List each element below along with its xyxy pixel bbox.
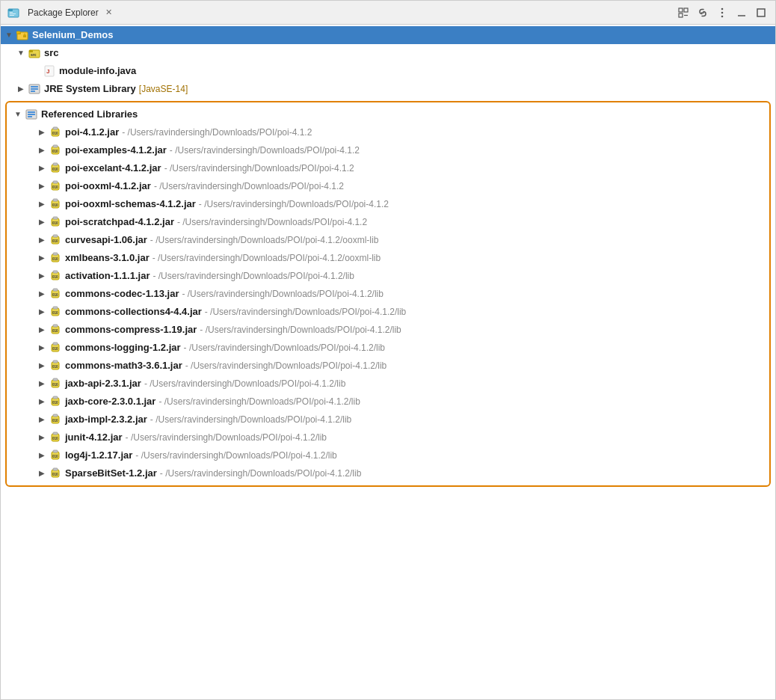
package-explorer-panel: Package Explorer ✕ [0, 0, 776, 700]
tree-item-jar[interactable]: 010 curvesapi-1.06.jar - /Users/ravinder… [7, 231, 769, 249]
jar-name: curvesapi-1.06.jar [65, 233, 147, 248]
jar-path: - /Users/ravindersingh/Downloads/POI/poi… [154, 179, 344, 194]
svg-rect-75 [53, 378, 58, 381]
jar-name: commons-collections4-4.4.jar [65, 304, 202, 319]
toggle-jar[interactable] [37, 253, 47, 263]
jar-icon: 010 [49, 270, 62, 282]
jar-path: - /Users/ravindersingh/Downloads/POI/poi… [164, 161, 354, 176]
jar-list: 010 poi-4.1.2.jar - /Users/ravindersingh… [7, 123, 769, 482]
toggle-ref-libs[interactable] [13, 109, 23, 120]
tree-container[interactable]: Selenium_Demos src src J [1, 25, 775, 699]
toggle-jar[interactable] [37, 432, 47, 443]
toggle-src[interactable] [16, 48, 26, 58]
tree-item-jar[interactable]: 010 junit-4.12.jar - /Users/ravindersing… [7, 429, 769, 446]
jar-icon: 010 [49, 288, 62, 300]
jre-label: [JavaSE-14] [139, 82, 188, 96]
svg-rect-1 [8, 9, 13, 11]
tree-item-jar[interactable]: 010 jaxb-core-2.3.0.1.jar - /Users/ravin… [7, 393, 769, 411]
toggle-jar[interactable] [37, 360, 47, 371]
tree-item-jre[interactable]: JRE System Library [JavaSE-14] [1, 80, 775, 98]
svg-rect-18 [23, 35, 26, 37]
toggle-jar[interactable] [37, 289, 47, 299]
toggle-jar[interactable] [37, 414, 47, 425]
jar-name: poi-4.1.2.jar [65, 125, 119, 140]
ref-libs-name: Referenced Libraries [41, 107, 138, 122]
jar-icon: 010 [49, 324, 62, 336]
jar-icon: 010 [49, 144, 62, 156]
view-menu-button[interactable] [714, 4, 730, 21]
tree-item-jar[interactable]: 010 commons-collections4-4.4.jar - /User… [7, 303, 769, 321]
tree-item-src[interactable]: src src [1, 44, 775, 62]
tree-item-jar[interactable]: 010 log4j-1.2.17.jar - /Users/ravindersi… [7, 446, 769, 464]
svg-text:010: 010 [52, 329, 58, 333]
toggle-jar[interactable] [37, 343, 47, 353]
svg-text:J: J [46, 68, 49, 75]
svg-rect-29 [28, 111, 35, 113]
jar-path: - /Users/ravindersingh/Downloads/POI/poi… [184, 340, 385, 355]
tree-item-jar[interactable]: 010 activation-1.1.1.jar - /Users/ravind… [7, 267, 769, 285]
toggle-jar[interactable] [37, 325, 47, 335]
tree-item-jar[interactable]: 010 commons-math3-3.6.1.jar - /Users/rav… [7, 357, 769, 375]
svg-rect-72 [53, 360, 58, 363]
svg-rect-36 [53, 145, 58, 147]
tree-item-jar[interactable]: 010 jaxb-impl-2.3.2.jar - /Users/ravinde… [7, 411, 769, 429]
minimize-button[interactable] [733, 4, 750, 21]
tree-item-module-info[interactable]: J module-info.java [1, 62, 775, 80]
toggle-jar[interactable] [37, 199, 47, 209]
toggle-project[interactable] [4, 30, 14, 40]
toggle-jar[interactable] [37, 127, 47, 138]
toggle-jar[interactable] [37, 307, 47, 317]
tree-item-jar[interactable]: 010 commons-codec-1.13.jar - /Users/ravi… [7, 285, 769, 303]
svg-rect-48 [53, 217, 58, 219]
toggle-jar[interactable] [37, 145, 47, 156]
toggle-jar[interactable] [37, 450, 47, 461]
tree-item-project[interactable]: Selenium_Demos [1, 26, 775, 44]
svg-rect-25 [31, 86, 38, 88]
toggle-jar[interactable] [37, 271, 47, 281]
svg-text:010: 010 [52, 203, 58, 207]
tab-close-icon[interactable]: ✕ [103, 7, 114, 18]
collapse-all-button[interactable] [675, 4, 692, 21]
panel-title: Package Explorer [28, 7, 99, 18]
tree-item-jar[interactable]: 010 poi-ooxml-4.1.2.jar - /Users/ravinde… [7, 177, 769, 195]
toggle-jar[interactable] [37, 235, 47, 245]
tree-item-jar[interactable]: 010 poi-examples-4.1.2.jar - /Users/ravi… [7, 141, 769, 159]
tree-item-jar[interactable]: 010 commons-logging-1.2.jar - /Users/rav… [7, 339, 769, 357]
toggle-jar[interactable] [37, 217, 47, 227]
toggle-jar[interactable] [37, 181, 47, 191]
tree-item-ref-libs[interactable]: Referenced Libraries [7, 105, 769, 123]
svg-rect-33 [53, 127, 58, 129]
toggle-jar[interactable] [37, 396, 47, 407]
tree-item-jar[interactable]: 010 xmlbeans-3.1.0.jar - /Users/ravinder… [7, 249, 769, 267]
tree-item-jar[interactable]: 010 poi-excelant-4.1.2.jar - /Users/ravi… [7, 159, 769, 177]
svg-text:src: src [31, 52, 37, 57]
jar-icon: 010 [49, 180, 62, 192]
svg-rect-14 [757, 9, 765, 16]
jar-icon: 010 [49, 252, 62, 264]
tree-item-jar[interactable]: 010 jaxb-api-2.3.1.jar - /Users/ravinder… [7, 375, 769, 393]
tree-item-jar[interactable]: 010 commons-compress-1.19.jar - /Users/r… [7, 321, 769, 339]
header-right [675, 4, 769, 21]
maximize-button[interactable] [753, 4, 769, 21]
jar-name: junit-4.12.jar [65, 430, 123, 445]
svg-text:010: 010 [52, 275, 58, 279]
tree-item-jar[interactable]: 010 poi-4.1.2.jar - /Users/ravindersingh… [7, 123, 769, 141]
toggle-jar[interactable] [37, 378, 47, 389]
toggle-jre[interactable] [16, 84, 26, 94]
tree-item-jar[interactable]: 010 poi-ooxml-schemas-4.1.2.jar - /Users… [7, 195, 769, 213]
svg-rect-2 [10, 12, 13, 13]
svg-rect-39 [53, 163, 58, 165]
svg-rect-69 [53, 343, 58, 345]
toggle-jar[interactable] [37, 468, 47, 479]
toggle-jar[interactable] [37, 163, 47, 174]
tree-item-jar[interactable]: 010 poi-scratchpad-4.1.2.jar - /Users/ra… [7, 213, 769, 231]
jar-name: poi-ooxml-schemas-4.1.2.jar [65, 197, 196, 212]
svg-rect-17 [16, 31, 20, 34]
src-name: src [44, 46, 59, 61]
jar-path: - /Users/ravindersingh/Downloads/POI/poi… [150, 412, 351, 427]
jar-path: - /Users/ravindersingh/Downloads/POI/poi… [199, 197, 389, 212]
link-editor-button[interactable] [695, 4, 711, 21]
java-icon: J [43, 65, 56, 77]
jar-path: - /Users/ravindersingh/Downloads/POI/poi… [170, 143, 360, 158]
tree-item-jar[interactable]: 010 SparseBitSet-1.2.jar - /Users/ravind… [7, 464, 769, 482]
